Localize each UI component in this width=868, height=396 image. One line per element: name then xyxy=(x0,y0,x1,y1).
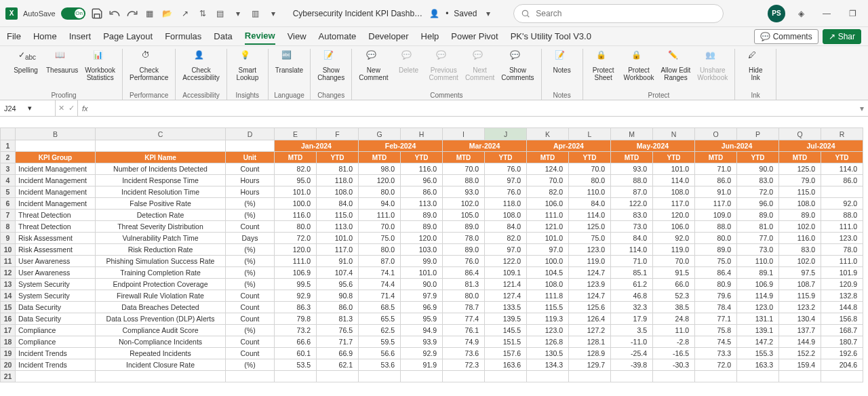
cell-value[interactable]: 102.0 xyxy=(779,221,821,233)
border-icon[interactable]: ▦ xyxy=(144,7,156,20)
cell-value[interactable]: 163.6 xyxy=(485,359,527,371)
cell-value[interactable]: 71.7 xyxy=(317,336,359,348)
cell-kpi[interactable]: Data Loss Prevention (DLP) Alerts xyxy=(96,313,226,325)
cell-unit[interactable]: Hours xyxy=(226,175,275,186)
column-header-I[interactable]: I xyxy=(443,128,485,140)
cell-value[interactable]: 83.0 xyxy=(611,210,653,221)
cell-value[interactable]: 80.9 xyxy=(695,279,737,290)
cell-value[interactable]: 89.0 xyxy=(401,221,443,233)
cell-value[interactable]: 73.2 xyxy=(275,325,317,336)
tab-page-layout[interactable]: Page Layout xyxy=(103,28,153,44)
cell-value[interactable]: 70.0 xyxy=(653,256,695,267)
cell-group[interactable]: Risk Assessment xyxy=(16,244,96,256)
cell-value[interactable]: 120.0 xyxy=(401,233,443,244)
cell-value[interactable]: 93.9 xyxy=(401,336,443,348)
cell-value[interactable]: 101.0 xyxy=(653,163,695,175)
cell-group[interactable]: Compliance xyxy=(16,336,96,348)
cell-group[interactable]: User Awareness xyxy=(16,256,96,267)
month-header[interactable]: Apr-2024 xyxy=(527,140,611,152)
cell-value[interactable]: 81.3 xyxy=(443,279,485,290)
cell-unit[interactable]: Count xyxy=(226,336,275,348)
tab-help[interactable]: Help xyxy=(421,28,439,44)
cell-unit[interactable]: Count xyxy=(226,348,275,359)
show-changes-button[interactable]: 📝ShowChanges xyxy=(315,49,347,83)
cell-value[interactable]: 121.0 xyxy=(527,221,569,233)
cell-value[interactable]: 62.1 xyxy=(317,359,359,371)
cell-kpi[interactable]: Data Breaches Detected xyxy=(96,302,226,313)
share-button[interactable]: ↗ Shar xyxy=(823,29,861,44)
cell-value[interactable]: 111.0 xyxy=(275,256,317,267)
cell-value[interactable]: 129.7 xyxy=(569,359,611,371)
cell-kpi[interactable]: Detection Rate xyxy=(96,210,226,221)
cell-value[interactable]: 123.0 xyxy=(569,244,611,256)
accept-formula-icon[interactable]: ✓ xyxy=(68,104,75,113)
cell-value[interactable]: 60.1 xyxy=(275,348,317,359)
cell-value[interactable]: 84.0 xyxy=(485,221,527,233)
sub-header[interactable]: MTD xyxy=(527,152,569,163)
cell-kpi[interactable]: Non-Compliance Incidents xyxy=(96,336,226,348)
cell-value[interactable]: 78.0 xyxy=(443,233,485,244)
protect-workbook-button[interactable]: 🔒ProtectWorkbook xyxy=(621,49,657,83)
row-header-11[interactable]: 11 xyxy=(1,256,16,267)
tab-insert[interactable]: Insert xyxy=(69,28,92,44)
cell-value[interactable]: 70.0 xyxy=(359,221,401,233)
cell-value[interactable]: 82.0 xyxy=(527,186,569,198)
cell-kpi[interactable]: Repeated Incidents xyxy=(96,348,226,359)
cell-value[interactable]: 89.0 xyxy=(401,210,443,221)
cell-value[interactable]: 66.0 xyxy=(653,279,695,290)
cell-value[interactable]: 53.5 xyxy=(275,359,317,371)
cell-value[interactable]: 73.6 xyxy=(443,348,485,359)
cell-value[interactable]: 119.3 xyxy=(527,313,569,325)
cell-value[interactable]: 98.0 xyxy=(359,163,401,175)
cell-value[interactable]: 97.5 xyxy=(779,267,821,279)
column-header-R[interactable]: R xyxy=(821,128,863,140)
cell-value[interactable]: 108.0 xyxy=(527,279,569,290)
cell-value[interactable]: 106.0 xyxy=(653,221,695,233)
cell-value[interactable]: 97.9 xyxy=(401,290,443,302)
cell-unit[interactable]: (%) xyxy=(226,256,275,267)
month-header[interactable]: May-2024 xyxy=(611,140,695,152)
column-header-D[interactable]: D xyxy=(226,128,275,140)
sub-header[interactable]: YTD xyxy=(485,152,527,163)
cell[interactable] xyxy=(653,371,695,382)
cell-value[interactable]: 90.0 xyxy=(737,163,779,175)
cell-value[interactable]: 77.0 xyxy=(737,233,779,244)
cell[interactable] xyxy=(226,140,275,152)
cell-value[interactable]: 123.0 xyxy=(737,302,779,313)
cell-value[interactable]: 108.0 xyxy=(317,186,359,198)
cell-value[interactable]: 56.6 xyxy=(359,348,401,359)
cell-value[interactable]: 110.0 xyxy=(569,186,611,198)
cell-value[interactable]: 111.0 xyxy=(359,210,401,221)
cell-value[interactable]: 114.0 xyxy=(821,163,863,175)
show-comments-button[interactable]: 💬ShowComments xyxy=(498,49,536,83)
comments-button[interactable]: 💬 Comments xyxy=(754,29,818,44)
tab-utility[interactable]: PK's Utility Tool V3.0 xyxy=(511,28,591,44)
row-header-12[interactable]: 12 xyxy=(1,267,16,279)
cell[interactable] xyxy=(611,371,653,382)
cell[interactable] xyxy=(16,140,96,152)
cell-value[interactable]: 73.0 xyxy=(737,244,779,256)
cell-value[interactable]: 109.0 xyxy=(695,210,737,221)
cell-value[interactable]: 86.0 xyxy=(821,175,863,186)
cell-value[interactable]: 79.6 xyxy=(695,290,737,302)
cell-value[interactable]: 86.3 xyxy=(275,302,317,313)
row-header-16[interactable]: 16 xyxy=(1,313,16,325)
cell-group[interactable]: User Awareness xyxy=(16,267,96,279)
cell-group[interactable]: Incident Trends xyxy=(16,348,96,359)
save-icon[interactable] xyxy=(91,7,103,20)
cell-value[interactable]: 65.5 xyxy=(359,313,401,325)
cell-value[interactable]: 86.0 xyxy=(317,302,359,313)
avatar[interactable]: PS xyxy=(768,5,785,22)
cell-value[interactable]: 17.9 xyxy=(611,313,653,325)
cell-value[interactable]: 80.0 xyxy=(443,290,485,302)
cell-value[interactable]: 53.6 xyxy=(359,359,401,371)
cancel-formula-icon[interactable]: ✕ xyxy=(58,104,64,113)
cell-value[interactable]: 159.4 xyxy=(779,359,821,371)
cell-value[interactable]: 74.1 xyxy=(359,267,401,279)
column-header-N[interactable]: N xyxy=(653,128,695,140)
column-header-E[interactable]: E xyxy=(275,128,317,140)
row-header-2[interactable]: 2 xyxy=(1,152,16,163)
cell-value[interactable]: 74.9 xyxy=(443,336,485,348)
sub-header[interactable]: MTD xyxy=(695,152,737,163)
cell-value[interactable]: 87.0 xyxy=(611,186,653,198)
